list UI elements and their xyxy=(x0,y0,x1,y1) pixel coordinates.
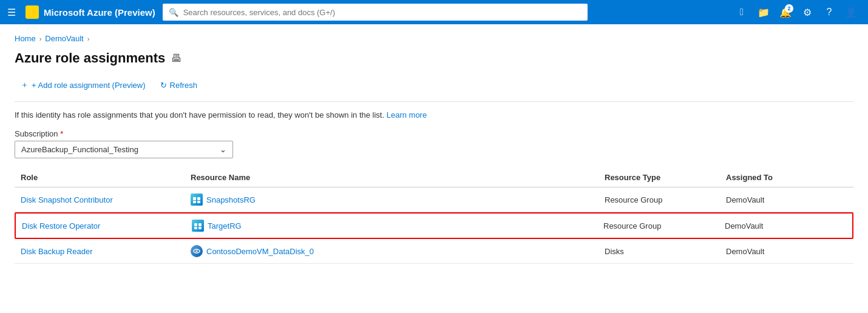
resource-cell-2: ContosoDemoVM_DataDisk_0 xyxy=(191,245,605,257)
svg-rect-7 xyxy=(198,227,202,229)
resource-type-1: Resource Group xyxy=(603,221,725,231)
col-header-assigned-to: Assigned To xyxy=(726,173,847,182)
table-header: Role Resource Name Resource Type Assigne… xyxy=(15,168,853,187)
role-link-2[interactable]: Disk Backup Reader xyxy=(21,247,93,256)
learn-more-link[interactable]: Learn more xyxy=(387,110,427,119)
assigned-to-0: DemoVault xyxy=(726,195,847,204)
resource-cell-1: TargetRG xyxy=(192,220,603,232)
resource-name-link-0[interactable]: SnapshotsRG xyxy=(206,195,256,204)
resource-name-link-2[interactable]: ContosoDemoVM_DataDisk_0 xyxy=(206,247,314,256)
page-title: Azure role assignments xyxy=(15,50,165,66)
role-assignments-table: Role Resource Name Resource Type Assigne… xyxy=(15,168,853,264)
svg-rect-2 xyxy=(193,201,196,203)
subscription-value: AzureBackup_Functional_Testing xyxy=(21,145,138,154)
breadcrumb-home[interactable]: Home xyxy=(15,34,36,43)
refresh-label: Refresh xyxy=(170,81,198,90)
breadcrumb-sep-2: › xyxy=(87,35,90,42)
svg-rect-1 xyxy=(197,197,200,200)
resource-name-link-1[interactable]: TargetRG xyxy=(208,221,242,231)
subscription-label: Subscription * xyxy=(15,129,853,138)
resource-type-0: Resource Group xyxy=(605,195,726,204)
col-header-role: Role xyxy=(21,173,191,182)
svg-point-9 xyxy=(195,251,198,252)
page-title-row: Azure role assignments 🖶 xyxy=(15,50,853,66)
table-row: Disk Snapshot Contributor SnapshotsRG Re… xyxy=(15,187,853,212)
svg-rect-3 xyxy=(197,201,200,203)
account-icon[interactable]: 👤 xyxy=(841,2,861,22)
search-icon: 🔍 xyxy=(169,8,178,17)
brand-name: Microsoft Azure (Preview) xyxy=(44,7,155,18)
hamburger-menu-icon[interactable]: ☰ xyxy=(7,7,16,18)
table-row-highlighted: Disk Restore Operator TargetRG Resource … xyxy=(15,212,853,239)
help-icon[interactable]: ? xyxy=(819,2,839,22)
disk-icon-2 xyxy=(191,245,203,257)
table-row: Disk Backup Reader ContosoDemoVM_DataDis… xyxy=(15,239,853,264)
role-link-1[interactable]: Disk Restore Operator xyxy=(22,221,100,231)
print-icon[interactable]: 🖶 xyxy=(171,52,182,65)
settings-icon[interactable]: ⚙ xyxy=(798,2,817,22)
svg-rect-5 xyxy=(198,223,202,226)
notifications-icon[interactable]: 🔔 2 xyxy=(776,2,795,22)
main-content: Home › DemoVault › Azure role assignment… xyxy=(0,24,868,274)
directory-icon[interactable]: 📁 xyxy=(754,2,773,22)
info-text: If this identity has role assignments th… xyxy=(15,110,384,119)
search-bar[interactable]: 🔍 xyxy=(163,4,588,21)
notification-badge: 2 xyxy=(785,4,793,13)
chevron-down-icon: ⌄ xyxy=(220,145,226,154)
subscription-label-text: Subscription xyxy=(15,129,58,138)
search-input[interactable] xyxy=(183,8,581,17)
col-header-resource-type: Resource Type xyxy=(605,173,726,182)
breadcrumb: Home › DemoVault › xyxy=(15,34,853,43)
azure-logo-icon: ⚡ xyxy=(25,5,39,19)
svg-rect-4 xyxy=(194,223,197,226)
required-marker: * xyxy=(60,129,63,138)
add-role-assignment-button[interactable]: ＋ + Add role assignment (Preview) xyxy=(15,76,152,94)
add-role-label: + Add role assignment (Preview) xyxy=(32,81,146,90)
assigned-to-1: DemoVault xyxy=(725,221,846,231)
brand: ⚡ Microsoft Azure (Preview) xyxy=(25,5,155,19)
subscription-dropdown[interactable]: AzureBackup_Functional_Testing ⌄ xyxy=(15,141,233,158)
role-link-0[interactable]: Disk Snapshot Contributor xyxy=(21,195,113,204)
subscription-row: Subscription * AzureBackup_Functional_Te… xyxy=(15,129,853,158)
resource-type-2: Disks xyxy=(605,247,726,256)
svg-rect-6 xyxy=(194,227,197,229)
add-icon: ＋ xyxy=(21,79,29,90)
refresh-button[interactable]: ↻ Refresh xyxy=(154,77,204,93)
col-header-resource-name: Resource Name xyxy=(191,173,605,182)
assigned-to-2: DemoVault xyxy=(726,247,847,256)
cloud-shell-icon[interactable]:  xyxy=(732,2,751,22)
topbar-actions:  📁 🔔 2 ⚙ ? 👤 xyxy=(732,2,861,22)
resource-cell-0: SnapshotsRG xyxy=(191,194,605,206)
info-row: If this identity has role assignments th… xyxy=(15,110,853,119)
topbar: ☰ ⚡ Microsoft Azure (Preview) 🔍  📁 🔔 2 … xyxy=(0,0,868,24)
resource-group-icon-0 xyxy=(191,194,203,206)
resource-group-icon-1 xyxy=(192,220,204,232)
breadcrumb-sep-1: › xyxy=(39,35,42,42)
svg-rect-0 xyxy=(193,197,196,200)
breadcrumb-vault[interactable]: DemoVault xyxy=(45,34,83,43)
refresh-icon: ↻ xyxy=(160,81,167,90)
toolbar: ＋ + Add role assignment (Preview) ↻ Refr… xyxy=(15,76,853,102)
